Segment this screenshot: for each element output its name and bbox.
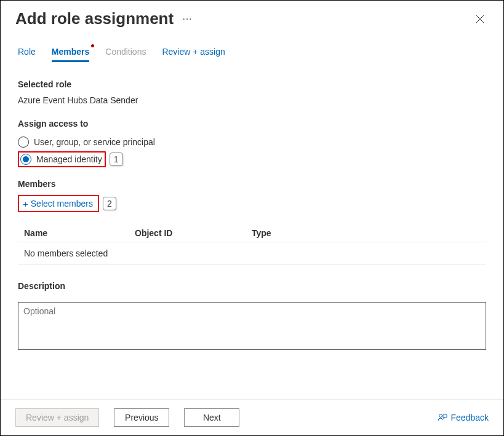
page-title: Add role assignment bbox=[15, 9, 174, 28]
assign-access-label: Assign access to bbox=[18, 119, 486, 129]
description-label: Description bbox=[18, 281, 486, 291]
review-assign-button: Review + assign bbox=[15, 408, 99, 427]
attention-dot-icon bbox=[91, 44, 94, 47]
members-table: Name Object ID Type No members selected bbox=[18, 224, 486, 265]
tab-conditions: Conditions bbox=[105, 47, 146, 62]
callout-number-1: 1 bbox=[110, 153, 123, 166]
feedback-link[interactable]: Feedback bbox=[438, 413, 489, 422]
next-button[interactable]: Next bbox=[184, 408, 239, 427]
footer: Review + assign Previous Next Feedback bbox=[1, 399, 503, 435]
select-members-label: Select members bbox=[31, 199, 93, 208]
close-icon bbox=[476, 15, 484, 23]
tab-review-assign[interactable]: Review + assign bbox=[162, 47, 225, 62]
plus-icon: + bbox=[23, 199, 28, 208]
radio-managed-identity[interactable] bbox=[20, 154, 31, 165]
previous-button[interactable]: Previous bbox=[114, 408, 169, 427]
feedback-label: Feedback bbox=[451, 413, 489, 422]
select-members-link[interactable]: + Select members bbox=[20, 197, 95, 210]
radio-user-group-principal-label[interactable]: User, group, or service principal bbox=[34, 137, 155, 147]
tab-members-label: Members bbox=[52, 47, 89, 57]
callout-managed-identity: Managed identity bbox=[18, 151, 106, 167]
svg-point-2 bbox=[439, 414, 442, 418]
members-table-empty: No members selected bbox=[18, 242, 486, 265]
feedback-icon bbox=[438, 413, 447, 422]
svg-rect-3 bbox=[443, 414, 447, 418]
assign-access-radio-group: User, group, or service principal Manage… bbox=[18, 135, 486, 167]
col-name: Name bbox=[18, 228, 135, 238]
col-object-id: Object ID bbox=[135, 228, 252, 238]
more-icon[interactable]: ⋯ bbox=[182, 13, 193, 25]
radio-managed-identity-label[interactable]: Managed identity bbox=[36, 154, 102, 164]
radio-user-group-principal[interactable] bbox=[18, 137, 29, 148]
callout-select-members: + Select members bbox=[18, 195, 99, 212]
description-input[interactable] bbox=[18, 302, 486, 350]
tab-role[interactable]: Role bbox=[18, 47, 36, 62]
selected-role-value: Azure Event Hubs Data Sender bbox=[18, 95, 486, 105]
selected-role-label: Selected role bbox=[18, 79, 486, 89]
col-type: Type bbox=[252, 228, 486, 238]
members-label: Members bbox=[18, 179, 486, 189]
tab-bar: Role Members Conditions Review + assign bbox=[1, 28, 503, 62]
tab-members[interactable]: Members bbox=[52, 47, 89, 62]
close-button[interactable] bbox=[471, 10, 489, 28]
callout-number-2: 2 bbox=[103, 197, 116, 210]
members-table-head: Name Object ID Type bbox=[18, 224, 486, 242]
